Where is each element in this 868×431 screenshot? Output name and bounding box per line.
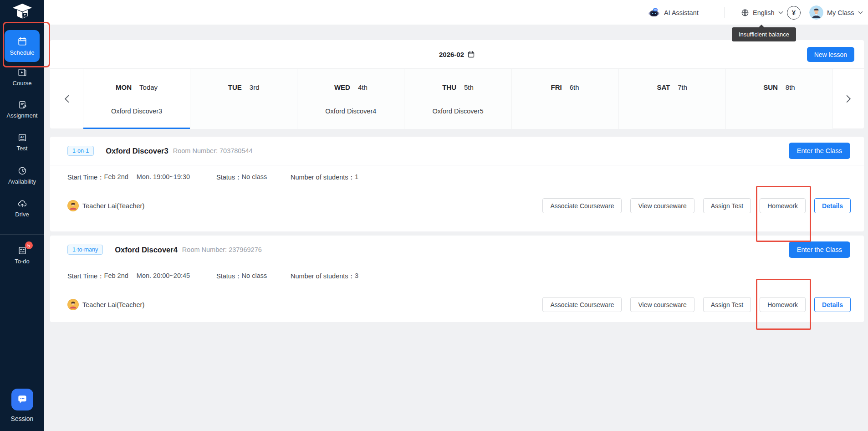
day-name: SUN — [763, 83, 778, 91]
account-label: My Class — [827, 9, 854, 16]
assign-test-button[interactable]: Assign Test — [703, 198, 751, 213]
day-column-fri[interactable]: FRI6th — [511, 69, 618, 129]
language-selector[interactable]: English — [741, 0, 783, 25]
calendar-icon — [17, 36, 27, 46]
associate-courseware-button[interactable]: Associate Courseware — [542, 297, 622, 312]
view-courseware-button[interactable]: View courseware — [630, 198, 694, 213]
enter-class-button[interactable]: Enter the Class — [789, 241, 850, 258]
lesson-details-row: Start Time： Feb 2nd Mon. 19:00~19:30 Sta… — [50, 173, 864, 182]
students-value: 1 — [355, 173, 358, 182]
tooltip-text: Insufficient balance — [739, 31, 789, 38]
lesson-card-header: 1-on-1 Oxford Discover3 Room Number: 703… — [50, 137, 864, 165]
day-column-sun[interactable]: SUN8th — [725, 69, 832, 129]
ai-assistant-label: AI Assistant — [664, 9, 699, 16]
sidebar-item-label: To-do — [15, 258, 30, 265]
start-time-label: Start Time： — [67, 173, 104, 182]
day-column-sat[interactable]: SAT7th — [618, 69, 725, 129]
teacher-avatar — [67, 200, 79, 211]
details-button[interactable]: Details — [814, 297, 851, 312]
app-logo-icon — [0, 2, 44, 24]
calendar-icon — [467, 51, 475, 58]
chevron-right-icon — [846, 95, 851, 103]
day-column-wed[interactable]: WED4th Oxford Discover4 — [297, 69, 404, 129]
course-icon — [17, 67, 27, 77]
sidebar-item-test[interactable]: A+ Test — [0, 133, 44, 152]
room-number: Room Number: 237969276 — [182, 246, 262, 253]
day-date: 8th — [786, 83, 795, 91]
details-button[interactable]: Details — [814, 198, 851, 213]
homework-button[interactable]: Homework — [760, 297, 806, 312]
chevron-down-icon — [778, 11, 783, 15]
lesson-type-badge: 1-to-many — [67, 245, 103, 255]
sidebar-item-schedule[interactable]: Schedule — [5, 30, 40, 62]
lesson-card-header: 1-to-many Oxford Discover4 Room Number: … — [50, 236, 864, 264]
day-date: 5th — [464, 83, 474, 91]
teacher-avatar — [67, 299, 79, 310]
day-date: 3rd — [250, 83, 260, 91]
day-columns: MONToday Oxford Discover3 TUE3rd WED4th … — [83, 69, 832, 129]
svg-text:A+: A+ — [20, 135, 25, 139]
day-column-mon[interactable]: MONToday Oxford Discover3 — [83, 69, 190, 129]
lesson-footer-row: Teacher Lai(Teacher) Associate Coursewar… — [50, 198, 864, 213]
room-number: Room Number: 703780544 — [173, 147, 253, 154]
associate-courseware-button[interactable]: Associate Courseware — [542, 198, 622, 213]
lesson-details-row: Start Time： Feb 2nd Mon. 20:00~20:45 Sta… — [50, 272, 864, 281]
status-value: No class — [242, 173, 267, 182]
day-lesson: Oxford Discover3 — [111, 108, 162, 115]
sidebar-item-label: Course — [13, 80, 32, 87]
sidebar-item-label: Drive — [15, 211, 29, 218]
currency-symbol: ¥ — [792, 9, 796, 16]
balance-button[interactable]: ¥ — [787, 0, 801, 25]
day-lesson: Oxford Discover4 — [325, 108, 376, 115]
sidebar-item-label: Availability — [8, 178, 36, 185]
chevron-left-icon — [64, 95, 69, 103]
session-chat-icon[interactable] — [11, 389, 33, 410]
lesson-actions: Associate Courseware View courseware Ass… — [542, 198, 851, 213]
view-courseware-button[interactable]: View courseware — [630, 297, 694, 312]
month-picker[interactable]: 2026-02 — [50, 40, 864, 68]
insufficient-balance-tooltip: Insufficient balance — [732, 27, 796, 41]
teacher-info: Teacher Lai(Teacher) — [67, 200, 144, 211]
day-name: FRI — [551, 83, 562, 91]
sidebar-item-assignment[interactable]: Assignment — [0, 100, 44, 119]
sidebar-item-drive[interactable]: Drive — [0, 199, 44, 218]
lesson-type-badge: 1-on-1 — [67, 146, 94, 156]
lesson-actions: Associate Courseware View courseware Ass… — [542, 297, 851, 312]
lesson-title: Oxford Discover4 — [115, 246, 178, 254]
day-column-thu[interactable]: THU5th Oxford Discover5 — [404, 69, 511, 129]
sidebar-item-label: Schedule — [10, 49, 34, 56]
ai-assistant-button[interactable]: AI AI Assistant — [648, 0, 699, 25]
user-avatar — [809, 5, 823, 20]
account-menu[interactable]: My Class — [809, 0, 863, 25]
assign-test-button[interactable]: Assign Test — [703, 297, 751, 312]
teacher-name: Teacher Lai(Teacher) — [82, 202, 144, 210]
students-value: 3 — [355, 272, 358, 281]
students-label: Number of students： — [291, 173, 355, 182]
lesson-card: 1-on-1 Oxford Discover3 Room Number: 703… — [50, 137, 864, 231]
homework-button[interactable]: Homework — [760, 198, 806, 213]
lesson-footer-row: Teacher Lai(Teacher) Associate Coursewar… — [50, 297, 864, 312]
day-name: MON — [116, 83, 132, 91]
day-date: 6th — [570, 83, 579, 91]
start-time-value: Mon. 20:00~20:45 — [137, 272, 190, 281]
day-lesson: Oxford Discover5 — [432, 108, 483, 115]
status-value: No class — [242, 272, 267, 281]
sidebar-divider — [0, 234, 44, 235]
lesson-card: 1-to-many Oxford Discover4 Room Number: … — [50, 236, 864, 322]
day-column-tue[interactable]: TUE3rd — [190, 69, 297, 129]
sidebar-item-availability[interactable]: Availability — [0, 166, 44, 185]
sidebar-item-course[interactable]: Course — [0, 67, 44, 87]
day-date: 4th — [358, 83, 368, 91]
topbar: AI AI Assistant English ¥ — [44, 0, 868, 25]
day-name: THU — [442, 83, 456, 91]
clock-icon — [17, 166, 27, 176]
start-date-value: Feb 2nd — [104, 272, 128, 281]
ai-robot-icon: AI — [648, 6, 660, 19]
enter-class-button[interactable]: Enter the Class — [789, 143, 850, 159]
start-date-value: Feb 2nd — [104, 173, 128, 182]
sidebar-item-todo[interactable]: 5 To-do — [0, 246, 44, 265]
next-week-button[interactable] — [832, 69, 864, 129]
sidebar: Schedule Course Assignment A+ — [0, 0, 44, 431]
prev-week-button[interactable] — [50, 69, 83, 129]
new-lesson-button[interactable]: New lesson — [807, 47, 854, 62]
